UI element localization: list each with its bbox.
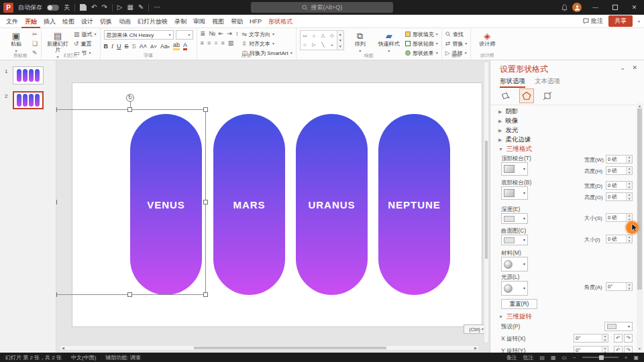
scroll-down-icon[interactable]: ▼ bbox=[637, 347, 643, 351]
grow-font-button[interactable]: A˄ bbox=[140, 43, 147, 50]
layout-button[interactable]: ▥版式▾ bbox=[74, 30, 97, 38]
replace-button[interactable]: ⇄替换▾ bbox=[445, 40, 468, 48]
strikethrough-button[interactable]: S bbox=[125, 43, 129, 50]
start-slideshow-icon[interactable]: ▷ bbox=[117, 4, 123, 11]
redo-icon[interactable]: ↷ bbox=[101, 4, 107, 11]
shrink-font-button[interactable]: A˅ bbox=[150, 44, 157, 50]
font-family-select[interactable]: 思源黑体 CN Heavy▾ bbox=[104, 30, 174, 40]
user-avatar[interactable] bbox=[572, 3, 582, 12]
section-reflection[interactable]: ▶映像 bbox=[498, 117, 518, 125]
align-left-icon[interactable]: ≡ bbox=[201, 40, 204, 46]
rotate-x-left-button[interactable]: ↶ bbox=[614, 334, 623, 343]
shape-rect-icon[interactable]: ▭ bbox=[303, 33, 307, 38]
section-glow[interactable]: ▶发光 bbox=[498, 126, 518, 135]
designer-button[interactable]: ◈ 设计师 bbox=[474, 30, 500, 48]
y-rotation-field[interactable]: 0°▲▼ bbox=[574, 346, 608, 353]
zoom-knob[interactable] bbox=[599, 355, 604, 360]
width-w-field[interactable]: 0 磅▲▼ bbox=[606, 155, 633, 164]
accessibility-status[interactable]: 辅助功能: 调查 bbox=[105, 354, 140, 361]
align-text-button[interactable]: ⇳对齐文本▾ bbox=[241, 40, 292, 48]
spinner[interactable]: ▲▼ bbox=[626, 283, 632, 290]
share-button[interactable]: 共享 bbox=[608, 15, 633, 27]
autosave-toggle[interactable] bbox=[47, 5, 59, 11]
quick-styles-button[interactable]: ▰ 快速样式 ▾ bbox=[376, 30, 402, 53]
columns-icon[interactable]: ▥ bbox=[228, 40, 234, 46]
search-box[interactable]: 搜索(Alt+Q) bbox=[251, 2, 393, 13]
rotate-y-left-button[interactable]: ↶ bbox=[614, 346, 623, 353]
slide-counter[interactable]: 幻灯片 第 2 张，共 2 张 bbox=[5, 354, 62, 361]
underline-button[interactable]: U bbox=[117, 43, 121, 50]
bottom-bevel-dropdown[interactable]: ▾ bbox=[501, 186, 528, 200]
text-direction-button[interactable]: ⇋文字方向▾ bbox=[241, 30, 292, 38]
font-color-button[interactable]: A bbox=[183, 42, 187, 50]
tab-text-options[interactable]: 文本选项 bbox=[535, 77, 560, 88]
reset-button[interactable]: ↺重置 bbox=[74, 40, 97, 48]
tab-record[interactable]: 录制 bbox=[171, 15, 190, 28]
scrollbar-thumb[interactable] bbox=[194, 347, 386, 349]
resize-handle-s[interactable] bbox=[127, 292, 132, 297]
highlight-color-button[interactable]: ab bbox=[173, 42, 180, 50]
language-status[interactable]: 中文(中国) bbox=[71, 354, 96, 361]
resize-handle-e[interactable] bbox=[203, 200, 208, 204]
bullets-icon[interactable]: ≣ bbox=[201, 30, 206, 37]
indent-decrease-icon[interactable]: ⇤ bbox=[219, 30, 224, 37]
tab-hfp[interactable]: HFP bbox=[246, 15, 265, 28]
slideshow-view-icon[interactable]: ▭ bbox=[562, 355, 568, 361]
horizontal-scrollbar[interactable]: ◀ ▶ bbox=[60, 345, 479, 351]
tab-shape-format[interactable]: 形状格式 bbox=[265, 15, 296, 28]
spinner[interactable]: ▲▼ bbox=[626, 156, 632, 163]
tab-transitions[interactable]: 切换 bbox=[97, 15, 115, 28]
scroll-right-icon[interactable]: ▶ bbox=[473, 346, 478, 350]
zoom-out-icon[interactable]: − bbox=[573, 355, 576, 361]
material-dropdown[interactable]: ▾ bbox=[501, 257, 528, 272]
zoom-in-icon[interactable]: + bbox=[625, 355, 628, 361]
size-s-field[interactable]: 0 磅▲▼ bbox=[606, 213, 633, 222]
resize-handle-sw[interactable] bbox=[56, 292, 57, 297]
tab-shape-options[interactable]: 形状选项 bbox=[500, 77, 525, 88]
tab-design[interactable]: 设计 bbox=[78, 15, 97, 28]
spinner[interactable]: ▲▼ bbox=[626, 167, 632, 174]
notes-button[interactable]: 备注 bbox=[506, 354, 517, 361]
spinner[interactable]: ▲▼ bbox=[626, 214, 632, 221]
scroll-up-icon[interactable]: ▲ bbox=[637, 104, 643, 108]
height-g-field[interactable]: 0 磅▲▼ bbox=[606, 192, 633, 201]
bold-button[interactable]: B bbox=[104, 43, 109, 50]
section-shadow[interactable]: ▶阴影 bbox=[498, 107, 518, 116]
spinner[interactable]: ▲▼ bbox=[626, 235, 632, 243]
minimize-button[interactable]: — bbox=[586, 0, 605, 15]
resize-handle-ne[interactable] bbox=[203, 107, 208, 112]
bell-icon[interactable] bbox=[561, 4, 568, 11]
shape-circle-icon[interactable]: ○ bbox=[313, 34, 315, 38]
reset-3d-button[interactable]: 重置(R) bbox=[501, 299, 537, 309]
scrollbar-thumb[interactable] bbox=[637, 109, 642, 290]
tab-home[interactable]: 开始 bbox=[21, 15, 40, 28]
slide-2-thumbnail[interactable] bbox=[13, 91, 44, 109]
slide-1-thumbnail[interactable] bbox=[13, 66, 44, 84]
slide-sorter-icon[interactable]: ▦ bbox=[551, 355, 556, 361]
find-button[interactable]: 查找 bbox=[445, 30, 468, 38]
contour-color-dropdown[interactable]: ▾ bbox=[501, 235, 528, 245]
shape-arrow-icon[interactable]: ▷ bbox=[312, 42, 315, 48]
scrollbar-thumb[interactable] bbox=[485, 141, 488, 259]
rotate-y-right-button[interactable]: ↷ bbox=[624, 346, 633, 353]
close-button[interactable]: ✕ bbox=[625, 0, 644, 15]
size-i-field[interactable]: 0 磅▲▼ bbox=[606, 235, 633, 243]
app-logo-icon[interactable]: P bbox=[3, 3, 13, 13]
tab-slideshow[interactable]: 幻灯片放映 bbox=[134, 15, 171, 28]
indent-increase-icon[interactable]: ⇥ bbox=[227, 30, 232, 37]
ribbon-options-icon[interactable]: ▾ bbox=[638, 19, 640, 23]
change-case-button[interactable]: Aa▾ bbox=[160, 43, 170, 50]
maximize-button[interactable] bbox=[605, 0, 625, 15]
gallery-scroll[interactable]: ▲▼▼ bbox=[337, 30, 344, 50]
preset-dropdown[interactable]: ▾ bbox=[604, 322, 633, 331]
rotate-x-right-button[interactable]: ↷ bbox=[624, 334, 633, 343]
align-right-icon[interactable]: ≡ bbox=[214, 40, 217, 46]
depth-color-dropdown[interactable]: ▾ bbox=[501, 213, 528, 224]
height-h-field[interactable]: 0 磅▲▼ bbox=[606, 166, 633, 175]
arrange-button[interactable]: ⧉ 排列 ▾ bbox=[347, 30, 373, 53]
save-icon[interactable] bbox=[80, 4, 87, 11]
spinner[interactable]: ▲▼ bbox=[626, 193, 632, 200]
undo-icon[interactable]: ↶ bbox=[91, 4, 97, 11]
tab-draw[interactable]: 绘图 bbox=[59, 15, 78, 28]
paste-button[interactable]: ▣ 粘贴 ▾ bbox=[3, 30, 29, 53]
